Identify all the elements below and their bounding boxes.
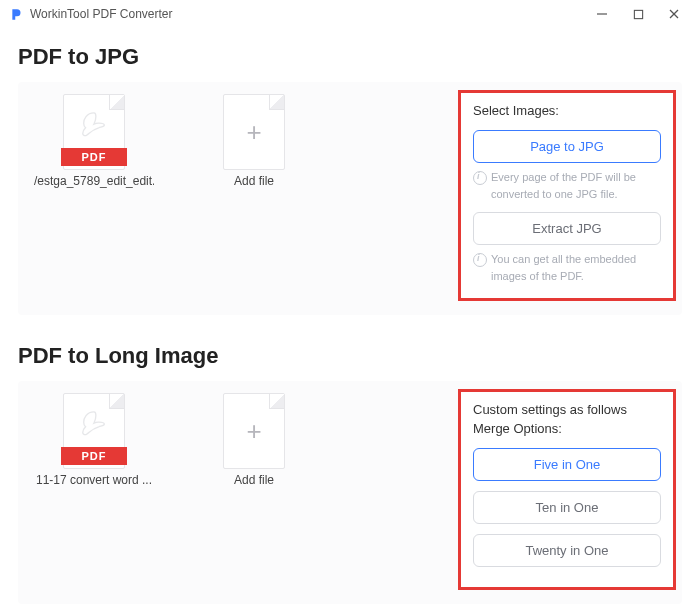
page-to-jpg-button[interactable]: Page to JPG bbox=[473, 130, 661, 163]
file-item[interactable]: PDF 11-17 convert word ... bbox=[34, 393, 154, 487]
add-file-button[interactable]: + Add file bbox=[194, 94, 314, 188]
pdf-file-icon: PDF bbox=[63, 94, 125, 170]
twenty-in-one-button[interactable]: Twenty in One bbox=[473, 534, 661, 567]
section-body-jpg: PDF /estga_5789_edit_edit.pc + Add file … bbox=[18, 82, 682, 315]
file-name-label: /estga_5789_edit_edit.pc bbox=[34, 174, 154, 188]
plus-icon: + bbox=[246, 418, 261, 444]
options-heading: Custom settings as follows bbox=[473, 402, 661, 417]
svg-rect-1 bbox=[634, 10, 642, 18]
files-area-jpg: PDF /estga_5789_edit_edit.pc + Add file bbox=[24, 90, 458, 301]
add-file-label: Add file bbox=[194, 473, 314, 487]
add-file-button[interactable]: + Add file bbox=[194, 393, 314, 487]
pdf-badge: PDF bbox=[61, 148, 127, 166]
app-logo-icon bbox=[10, 7, 24, 21]
add-file-icon: + bbox=[223, 393, 285, 469]
plus-icon: + bbox=[246, 119, 261, 145]
options-panel-jpg: Select Images: Page to JPG Every page of… bbox=[458, 90, 676, 301]
file-name-label: 11-17 convert word ... bbox=[34, 473, 154, 487]
extract-jpg-desc: You can get all the embedded images of t… bbox=[473, 251, 661, 284]
page-to-jpg-desc: Every page of the PDF will be converted … bbox=[473, 169, 661, 202]
app-title: WorkinTool PDF Converter bbox=[30, 7, 173, 21]
add-file-icon: + bbox=[223, 94, 285, 170]
file-item[interactable]: PDF /estga_5789_edit_edit.pc bbox=[34, 94, 154, 188]
files-area-long: PDF 11-17 convert word ... + Add file bbox=[24, 389, 458, 590]
options-panel-long: Custom settings as follows Merge Options… bbox=[458, 389, 676, 590]
pdf-file-icon: PDF bbox=[63, 393, 125, 469]
section-title-long: PDF to Long Image bbox=[18, 343, 682, 369]
extract-jpg-button[interactable]: Extract JPG bbox=[473, 212, 661, 245]
ten-in-one-button[interactable]: Ten in One bbox=[473, 491, 661, 524]
options-heading: Select Images: bbox=[473, 103, 661, 118]
minimize-button[interactable] bbox=[584, 2, 620, 26]
section-body-long: PDF 11-17 convert word ... + Add file Cu… bbox=[18, 381, 682, 604]
pdf-glyph-icon bbox=[79, 110, 109, 140]
pdf-glyph-icon bbox=[79, 409, 109, 439]
five-in-one-button[interactable]: Five in One bbox=[473, 448, 661, 481]
pdf-badge: PDF bbox=[61, 447, 127, 465]
title-bar: WorkinTool PDF Converter bbox=[0, 0, 700, 28]
maximize-button[interactable] bbox=[620, 2, 656, 26]
close-button[interactable] bbox=[656, 2, 692, 26]
add-file-label: Add file bbox=[194, 174, 314, 188]
section-title-jpg: PDF to JPG bbox=[18, 44, 682, 70]
options-subheading: Merge Options: bbox=[473, 421, 661, 436]
